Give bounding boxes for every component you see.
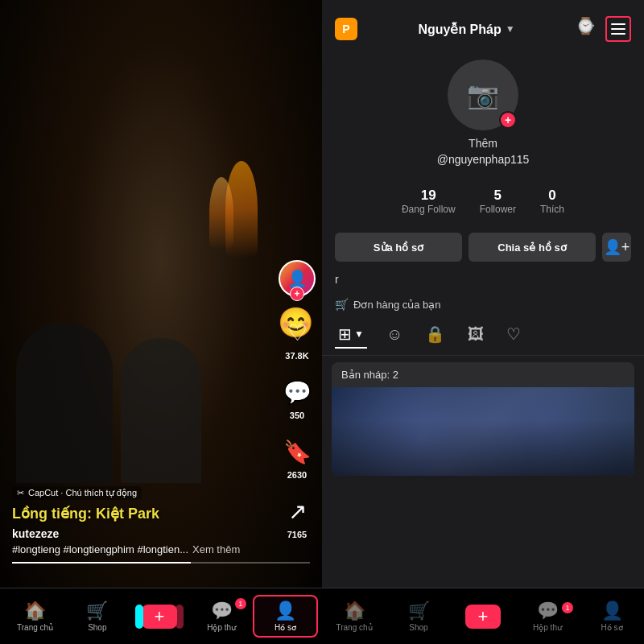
nav-inbox-label: Hộp thư [207,623,236,632]
draft-header: Bản nháp: 2 [332,362,634,387]
right-profile-panel: P Nguyễn Pháp ▼ ⌚ 📷 + Thêm @nguyenph [322,0,644,644]
following-label: Đang Follow [402,204,456,215]
premium-badge: P [335,18,357,40]
tab-private[interactable]: 🔒 [422,321,448,349]
r-nav-add[interactable]: + [451,605,515,629]
r-add-button[interactable]: + [465,605,501,629]
figure-silhouette-left [16,322,113,483]
camera-icon: 📷 [467,80,499,110]
bookmark-count: 2630 [287,470,307,480]
profile-avatar[interactable]: 📷 + [448,60,518,130]
r-inbox-badge: 1 [562,602,573,613]
video-progress-bar[interactable] [12,562,310,564]
share-profile-button[interactable]: Chia sẻ hồ sơ [469,233,596,262]
nav-item-profile[interactable]: 👤 Hồ sơ [253,595,318,638]
top-right-action-buttons: ⌚ [576,16,631,42]
order-label: Đơn hàng của bạn [353,299,441,311]
tab-tagged[interactable]: ☺ [383,322,406,349]
chevron-down-icon: ▼ [506,23,515,35]
thumbnail-overlay [332,419,634,476]
share-action[interactable]: ↗ 7165 [280,494,314,539]
r-home-icon: 🏠 [344,601,365,621]
comment-action[interactable]: 💬 350 [280,375,314,420]
following-count: 19 [421,188,436,204]
profile-name: Nguyễn Pháp [418,22,501,37]
video-caption-title: Lồng tiếng: Kiệt Park [12,505,258,522]
nav-item-shop[interactable]: 🛒 Shop [66,597,128,636]
share-icon: ↗ [280,494,314,528]
add-button[interactable]: + [142,605,177,629]
profile-action-buttons-row: Sửa hồ sơ Chia sẻ hồ sơ 👤+ [322,225,644,270]
profile-scroll-content: P Nguyễn Pháp ▼ ⌚ 📷 + Thêm @nguyenph [322,0,644,547]
shop-icon: 🛒 [86,601,108,621]
profile-bio: r [322,270,644,294]
bookmark-action[interactable]: 🔖 2630 [280,435,314,480]
inbox-icon: 💬 [211,601,233,621]
r-nav-home[interactable]: 🏠 Trang chủ [322,601,386,632]
figure-silhouette-right [121,338,201,483]
video-hashtags: #longtieng #longtiengphim #longtien... X… [12,543,258,555]
add-photo-button[interactable]: + [499,111,517,129]
draft-banner[interactable]: Bản nháp: 2 [332,362,634,476]
see-more-link[interactable]: Xem thêm [192,543,240,555]
notification-icon[interactable]: ⌚ [576,16,596,42]
r-nav-shop[interactable]: 🛒 Shop [386,601,451,632]
likes-stat[interactable]: 0 Thích [540,188,564,215]
followers-label: Follower [480,204,516,215]
nav-home-label: Trang chủ [17,623,53,632]
edit-profile-button[interactable]: Sửa hồ sơ [335,233,462,262]
left-video-panel: 😊 👤 + ♡ 37.8K 💬 350 🔖 2630 ↗ 7165 ✂ CapC… [0,0,322,644]
right-bottom-navigation: 🏠 Trang chủ 🛒 Shop + 💬 Hộp thư 1 👤 Hồ sơ [322,588,644,644]
profile-tabs: ⊞ ▼ ☺ 🔒 🖼 ♡ [322,315,644,356]
like-action[interactable]: ♡ 37.8K [280,316,314,361]
profile-handle: @nguyenphap115 [437,153,530,166]
share-count: 7165 [287,530,307,539]
creator-avatar[interactable]: 👤 + [279,260,316,297]
tab-liked[interactable]: ♡ [503,321,524,349]
r-inbox-label: Hộp thư [533,623,562,632]
like-count: 37.8K [285,351,308,361]
r-nav-profile[interactable]: 👤 Hồ sơ [580,601,644,632]
r-shop-label: Shop [409,623,427,632]
likes-label: Thích [540,204,564,215]
tab-grid[interactable]: ⊞ ▼ [335,321,367,349]
bottom-navigation: 🏠 Trang chủ 🛒 Shop + 💬 Hộp thư 1 👤 Hồ sơ [0,588,322,644]
candle-glow-2 [209,177,233,250]
nav-item-add[interactable]: + [128,601,190,633]
tab-gallery[interactable]: 🖼 [464,322,487,349]
hamburger-line-1 [611,23,625,25]
capcut-icon: ✂ [17,488,24,498]
video-progress-fill [12,562,191,564]
cart-icon: 🛒 [335,298,349,311]
add-friend-icon: 👤+ [604,238,630,256]
r-home-label: Trang chủ [336,623,372,632]
order-row[interactable]: 🛒 Đơn hàng của bạn [322,294,644,315]
home-icon: 🏠 [24,601,46,621]
following-stat[interactable]: 19 Đang Follow [402,188,456,215]
caption-tool-label: ✂ CapCut · Chú thích tự động [12,486,142,500]
r-profile-icon: 👤 [601,601,623,621]
video-text-overlay: ✂ CapCut · Chú thích tự động Lồng tiếng:… [12,486,258,555]
r-nav-inbox[interactable]: 💬 Hộp thư 1 [515,601,580,632]
follow-plus-badge[interactable]: + [290,287,304,301]
draft-thumbnail[interactable] [332,387,634,476]
comment-count: 350 [290,411,304,420]
video-creator-name[interactable]: kutezeze [12,527,258,540]
followers-stat[interactable]: 5 Follower [480,188,516,215]
hamburger-line-3 [611,33,625,35]
profile-username-header[interactable]: Nguyễn Pháp ▼ [418,22,514,37]
r-inbox-icon: 💬 [537,601,559,621]
r-shop-icon: 🛒 [408,601,430,621]
bookmark-icon: 🔖 [280,435,314,469]
menu-button[interactable] [605,16,631,42]
nav-item-home[interactable]: 🏠 Trang chủ [4,597,66,636]
lock-icon: 🔒 [425,324,445,344]
comment-icon: 💬 [280,375,314,409]
add-friend-button[interactable]: 👤+ [602,233,631,262]
heart-outline-icon: ♡ [506,324,521,344]
likes-count: 0 [548,188,555,204]
nav-shop-label: Shop [88,623,106,632]
r-profile-label: Hồ sơ [601,623,623,632]
nav-item-inbox[interactable]: 💬 Hộp thư 1 [191,597,253,636]
grid-icon: ⊞ [338,324,352,344]
